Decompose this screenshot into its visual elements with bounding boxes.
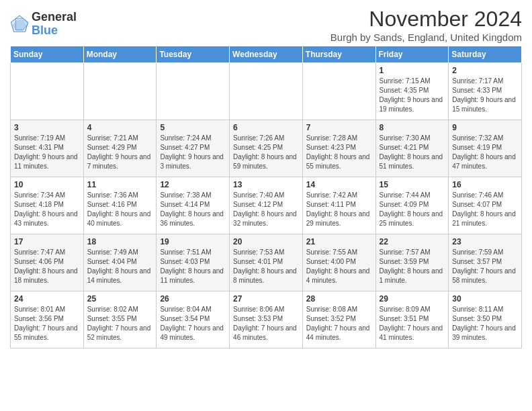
day-number: 13 <box>233 180 299 189</box>
day-cell: 13Sunrise: 7:40 AM Sunset: 4:12 PM Dayli… <box>230 177 303 234</box>
day-number: 11 <box>87 180 153 189</box>
column-header-monday: Monday <box>83 46 157 63</box>
day-cell: 15Sunrise: 7:44 AM Sunset: 4:09 PM Dayli… <box>375 177 449 234</box>
day-info: Sunrise: 8:04 AM Sunset: 3:54 PM Dayligh… <box>160 306 224 341</box>
day-number: 23 <box>452 237 518 246</box>
day-info: Sunrise: 7:26 AM Sunset: 4:25 PM Dayligh… <box>233 134 297 170</box>
day-number: 20 <box>233 237 299 246</box>
day-number: 22 <box>380 237 445 246</box>
day-info: Sunrise: 7:32 AM Sunset: 4:19 PM Dayligh… <box>452 134 516 170</box>
day-info: Sunrise: 7:15 AM Sunset: 4:35 PM Dayligh… <box>380 77 443 113</box>
day-number: 7 <box>306 123 372 132</box>
day-number: 5 <box>160 123 226 132</box>
day-cell: 25Sunrise: 8:02 AM Sunset: 3:55 PM Dayli… <box>83 291 157 349</box>
day-info: Sunrise: 7:57 AM Sunset: 3:59 PM Dayligh… <box>380 248 443 284</box>
day-number: 21 <box>306 237 372 246</box>
column-header-thursday: Thursday <box>302 46 375 63</box>
day-info: Sunrise: 8:08 AM Sunset: 3:52 PM Dayligh… <box>306 306 370 341</box>
day-info: Sunrise: 7:28 AM Sunset: 4:23 PM Dayligh… <box>306 134 370 170</box>
day-info: Sunrise: 8:02 AM Sunset: 3:55 PM Dayligh… <box>87 306 151 341</box>
day-cell: 26Sunrise: 8:04 AM Sunset: 3:54 PM Dayli… <box>157 291 230 349</box>
day-info: Sunrise: 7:30 AM Sunset: 4:21 PM Dayligh… <box>380 134 443 170</box>
day-info: Sunrise: 8:06 AM Sunset: 3:53 PM Dayligh… <box>233 306 297 341</box>
day-number: 18 <box>87 237 153 246</box>
day-cell: 17Sunrise: 7:47 AM Sunset: 4:06 PM Dayli… <box>11 234 84 291</box>
day-info: Sunrise: 8:11 AM Sunset: 3:50 PM Dayligh… <box>452 306 516 341</box>
column-header-friday: Friday <box>375 46 449 63</box>
day-number: 30 <box>452 294 518 304</box>
day-cell <box>230 63 303 120</box>
calendar-header-row: SundayMondayTuesdayWednesdayThursdayFrid… <box>11 46 522 63</box>
day-cell: 12Sunrise: 7:38 AM Sunset: 4:14 PM Dayli… <box>157 177 230 234</box>
day-info: Sunrise: 7:40 AM Sunset: 4:12 PM Dayligh… <box>233 191 297 227</box>
logo: General Blue <box>10 11 77 38</box>
week-row-2: 3Sunrise: 7:19 AM Sunset: 4:31 PM Daylig… <box>11 120 522 177</box>
day-info: Sunrise: 8:01 AM Sunset: 3:56 PM Dayligh… <box>14 306 78 341</box>
logo-text: General Blue <box>32 11 77 38</box>
day-cell: 14Sunrise: 7:42 AM Sunset: 4:11 PM Dayli… <box>302 177 375 234</box>
day-number: 15 <box>380 180 445 189</box>
day-number: 19 <box>160 237 226 246</box>
day-number: 12 <box>160 180 226 189</box>
day-cell: 4Sunrise: 7:21 AM Sunset: 4:29 PM Daylig… <box>83 120 157 177</box>
day-cell: 10Sunrise: 7:34 AM Sunset: 4:18 PM Dayli… <box>11 177 84 234</box>
day-info: Sunrise: 7:21 AM Sunset: 4:29 PM Dayligh… <box>87 134 151 170</box>
day-cell: 19Sunrise: 7:51 AM Sunset: 4:03 PM Dayli… <box>157 234 230 291</box>
day-cell: 23Sunrise: 7:59 AM Sunset: 3:57 PM Dayli… <box>449 234 522 291</box>
day-cell: 22Sunrise: 7:57 AM Sunset: 3:59 PM Dayli… <box>375 234 449 291</box>
day-number: 26 <box>160 294 226 304</box>
day-number: 6 <box>233 123 299 132</box>
day-number: 9 <box>452 123 518 132</box>
day-cell: 18Sunrise: 7:49 AM Sunset: 4:04 PM Dayli… <box>83 234 157 291</box>
day-info: Sunrise: 7:55 AM Sunset: 4:00 PM Dayligh… <box>306 248 370 284</box>
day-number: 2 <box>452 66 518 75</box>
logo-general-label: General <box>32 11 77 24</box>
month-title: November 2024 <box>330 7 522 32</box>
day-number: 27 <box>233 294 299 304</box>
day-cell: 2Sunrise: 7:17 AM Sunset: 4:33 PM Daylig… <box>449 63 522 120</box>
day-info: Sunrise: 7:36 AM Sunset: 4:16 PM Dayligh… <box>87 191 151 227</box>
day-info: Sunrise: 7:59 AM Sunset: 3:57 PM Dayligh… <box>452 248 516 284</box>
day-info: Sunrise: 7:53 AM Sunset: 4:01 PM Dayligh… <box>233 248 297 284</box>
day-number: 29 <box>380 294 445 304</box>
day-info: Sunrise: 7:34 AM Sunset: 4:18 PM Dayligh… <box>14 191 78 227</box>
location-subtitle: Burgh by Sands, England, United Kingdom <box>330 32 522 43</box>
week-row-1: 1Sunrise: 7:15 AM Sunset: 4:35 PM Daylig… <box>11 63 522 120</box>
title-block: November 2024 Burgh by Sands, England, U… <box>330 7 522 43</box>
week-row-3: 10Sunrise: 7:34 AM Sunset: 4:18 PM Dayli… <box>11 177 522 234</box>
day-number: 3 <box>14 123 80 132</box>
day-info: Sunrise: 7:49 AM Sunset: 4:04 PM Dayligh… <box>87 248 151 284</box>
logo-icon <box>10 15 29 34</box>
day-cell: 6Sunrise: 7:26 AM Sunset: 4:25 PM Daylig… <box>230 120 303 177</box>
day-cell <box>83 63 157 120</box>
column-header-saturday: Saturday <box>449 46 522 63</box>
day-info: Sunrise: 7:46 AM Sunset: 4:07 PM Dayligh… <box>452 191 516 227</box>
day-cell <box>157 63 230 120</box>
day-cell: 30Sunrise: 8:11 AM Sunset: 3:50 PM Dayli… <box>449 291 522 349</box>
day-cell: 8Sunrise: 7:30 AM Sunset: 4:21 PM Daylig… <box>375 120 449 177</box>
day-number: 16 <box>452 180 518 189</box>
column-header-wednesday: Wednesday <box>230 46 303 63</box>
logo-blue-label: Blue <box>32 24 77 38</box>
day-cell: 24Sunrise: 8:01 AM Sunset: 3:56 PM Dayli… <box>11 291 84 349</box>
week-row-4: 17Sunrise: 7:47 AM Sunset: 4:06 PM Dayli… <box>11 234 522 291</box>
day-info: Sunrise: 7:51 AM Sunset: 4:03 PM Dayligh… <box>160 248 224 284</box>
day-number: 8 <box>380 123 445 132</box>
day-cell: 29Sunrise: 8:09 AM Sunset: 3:51 PM Dayli… <box>375 291 449 349</box>
day-info: Sunrise: 7:42 AM Sunset: 4:11 PM Dayligh… <box>306 191 370 227</box>
day-cell: 7Sunrise: 7:28 AM Sunset: 4:23 PM Daylig… <box>302 120 375 177</box>
column-header-sunday: Sunday <box>11 46 84 63</box>
day-number: 10 <box>14 180 80 189</box>
day-number: 14 <box>306 180 372 189</box>
day-number: 25 <box>87 294 153 304</box>
day-info: Sunrise: 7:19 AM Sunset: 4:31 PM Dayligh… <box>14 134 78 170</box>
day-info: Sunrise: 7:24 AM Sunset: 4:27 PM Dayligh… <box>160 134 224 170</box>
day-cell <box>11 63 84 120</box>
day-cell: 21Sunrise: 7:55 AM Sunset: 4:00 PM Dayli… <box>302 234 375 291</box>
day-cell: 16Sunrise: 7:46 AM Sunset: 4:07 PM Dayli… <box>449 177 522 234</box>
day-info: Sunrise: 8:09 AM Sunset: 3:51 PM Dayligh… <box>380 306 443 341</box>
day-cell <box>302 63 375 120</box>
day-number: 17 <box>14 237 80 246</box>
day-cell: 3Sunrise: 7:19 AM Sunset: 4:31 PM Daylig… <box>11 120 84 177</box>
day-number: 24 <box>14 294 80 304</box>
